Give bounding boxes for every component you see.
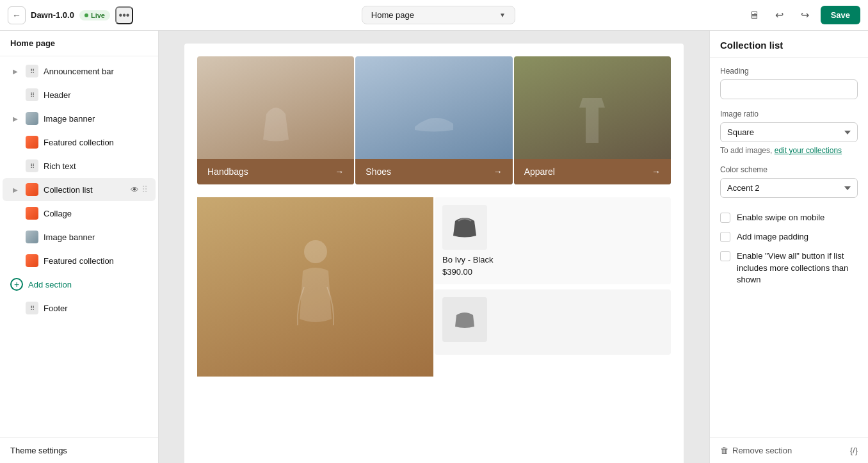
canvas: Handbags → Shoes → <box>159 31 709 463</box>
handbags-label: Handbags → <box>197 159 354 184</box>
page-selector-label: Home page <box>371 10 494 20</box>
collection-card-handbags[interactable]: Handbags → <box>197 56 354 184</box>
announcement-bar-icon: ⠿ <box>26 65 38 77</box>
collection-card-apparel[interactable]: Apparel → <box>514 56 671 184</box>
live-label: Live <box>91 12 105 19</box>
sidebar-item-image-banner-2[interactable]: ▶ Image banner <box>3 225 156 248</box>
footer-icon: ⠿ <box>26 302 38 314</box>
sidebar-item-collage[interactable]: ▶ Collage <box>3 202 156 225</box>
sidebar-item-label: Featured collection <box>44 138 148 147</box>
enable-swipe-checkbox[interactable]: Enable swipe on mobile <box>720 208 858 227</box>
chevron-down-icon: ▼ <box>499 12 506 19</box>
undo-icon: ↩ <box>775 9 784 21</box>
product-card-2[interactable] <box>435 289 671 355</box>
remove-section-button[interactable]: 🗑 Remove section <box>720 446 792 455</box>
shoes-arrow: → <box>494 167 502 177</box>
edit-collections-link[interactable]: edit your collections <box>775 146 842 155</box>
sidebar-item-rich-text[interactable]: ▶ ⠿ Rich text <box>3 154 156 177</box>
topbar-center: Home page ▼ <box>141 6 736 24</box>
image-ratio-select-wrapper: Square Portrait Landscape <box>720 122 858 142</box>
code-icon[interactable]: {/} <box>850 446 858 455</box>
model-image <box>197 197 433 377</box>
sidebar-item-featured-collection[interactable]: ▶ Featured collection <box>3 131 156 154</box>
sidebar-item-collection-list[interactable]: ▶ Collection list 👁 ⠿ <box>3 178 156 201</box>
checkbox-box-viewall[interactable] <box>720 251 730 261</box>
topbar-left: ← Dawn-1.0.0 Live ••• <box>8 6 133 24</box>
sidebar-item-featured-collection-2[interactable]: ▶ Featured collection <box>3 249 156 272</box>
heading-group: Heading <box>720 67 858 99</box>
desktop-icon: 🖥 <box>749 10 759 21</box>
heading-input[interactable] <box>720 79 858 99</box>
theme-settings[interactable]: Theme settings <box>0 437 158 463</box>
color-scheme-select-wrapper: Accent 2 Accent 1 Background 1 Backgroun… <box>720 178 858 198</box>
image-banner-2-icon <box>26 231 38 243</box>
image-ratio-label: Image ratio <box>720 110 858 118</box>
color-scheme-select[interactable]: Accent 2 Accent 1 Background 1 Backgroun… <box>720 178 858 198</box>
right-panel-content: Heading Image ratio Square Portrait Land… <box>710 58 868 437</box>
rich-text-icon: ⠿ <box>26 159 38 172</box>
heading-label: Heading <box>720 67 858 76</box>
svg-point-1 <box>304 240 327 263</box>
back-button[interactable]: ← <box>8 6 26 24</box>
drag-handle-icon[interactable]: ⠿ <box>141 184 148 195</box>
save-button[interactable]: Save <box>821 6 860 24</box>
desktop-view-button[interactable]: 🖥 <box>744 5 764 26</box>
redo-button[interactable]: ↪ <box>795 5 816 26</box>
sidebar-item-label: Announcement bar <box>44 67 148 76</box>
sidebar-item-image-banner[interactable]: ▶ Image banner <box>3 107 156 130</box>
trash-icon: 🗑 <box>720 446 728 455</box>
helper-text-prefix: To add images, <box>720 146 772 155</box>
page-selector[interactable]: Home page ▼ <box>362 6 515 24</box>
apparel-text: Apparel <box>524 167 555 177</box>
product-price: $390.00 <box>442 267 663 277</box>
shoes-label: Shoes → <box>355 159 512 184</box>
theme-settings-label: Theme settings <box>10 446 67 455</box>
sidebar-item-actions: 👁 ⠿ <box>131 184 148 195</box>
product-cards: Bo Ivy - Black $390.00 <box>435 197 671 377</box>
sidebar-item-label: Image banner <box>44 232 148 242</box>
collection-card-shoes[interactable]: Shoes → <box>355 56 512 184</box>
featured-collection-2-icon <box>26 254 38 267</box>
sidebar-item-announcement-bar[interactable]: ▶ ⠿ Announcement bar <box>3 60 156 83</box>
right-panel-header: Collection list <box>710 31 868 58</box>
product-card-1[interactable]: Bo Ivy - Black $390.00 <box>435 197 671 284</box>
topbar-right: 🖥 ↩ ↪ Save <box>744 5 860 26</box>
undo-button[interactable]: ↩ <box>769 5 790 26</box>
main-layout: Home page ▶ ⠿ Announcement bar ▶ ⠿ Heade… <box>0 31 868 463</box>
collage-icon <box>26 207 38 220</box>
add-section-item[interactable]: + Add section <box>3 273 156 296</box>
sidebar-item-footer[interactable]: ▶ ⠿ Footer <box>3 296 156 320</box>
expand-arrow-icon: ▶ <box>10 115 20 122</box>
more-button[interactable]: ••• <box>115 6 133 24</box>
product-card-image-2 <box>442 297 487 342</box>
handbags-arrow: → <box>335 167 344 177</box>
back-icon: ← <box>12 10 21 20</box>
sidebar-item-header[interactable]: ▶ ⠿ Header <box>3 83 156 106</box>
add-image-padding-checkbox[interactable]: Add image padding <box>720 227 858 247</box>
store-name: Dawn-1.0.0 <box>31 10 74 20</box>
expand-arrow-icon: ▶ <box>10 186 20 193</box>
sidebar-item-label: Image banner <box>44 114 148 124</box>
right-panel: Collection list Heading Image ratio Squa… <box>709 31 868 463</box>
visibility-icon[interactable]: 👁 <box>131 185 139 195</box>
right-panel-footer: 🗑 Remove section {/} <box>710 437 868 463</box>
canvas-inner: Handbags → Shoes → <box>184 44 684 463</box>
image-banner-icon <box>26 112 38 125</box>
more-icon: ••• <box>119 10 130 21</box>
product-name: Bo Ivy - Black <box>442 255 663 264</box>
remove-section-label: Remove section <box>732 446 792 455</box>
sidebar: Home page ▶ ⠿ Announcement bar ▶ ⠿ Heade… <box>0 31 159 463</box>
redo-icon: ↪ <box>801 9 809 21</box>
enable-view-all-checkbox[interactable]: Enable "View all" button if list include… <box>720 247 858 289</box>
image-ratio-select[interactable]: Square Portrait Landscape <box>720 122 858 142</box>
checkbox-box-padding[interactable] <box>720 232 730 242</box>
product-section: Bo Ivy - Black $390.00 <box>184 197 684 389</box>
sidebar-header: Home page <box>0 31 158 56</box>
expand-arrow-icon: ▶ <box>10 68 20 75</box>
checkbox-box-swipe[interactable] <box>720 213 730 223</box>
sidebar-item-label: Footer <box>44 304 148 313</box>
product-card-image <box>442 205 487 250</box>
sidebar-item-label: Featured collection <box>44 256 148 266</box>
color-scheme-group: Color scheme Accent 2 Accent 1 Backgroun… <box>720 165 858 198</box>
topbar: ← Dawn-1.0.0 Live ••• Home page ▼ 🖥 ↩ ↪ … <box>0 0 868 31</box>
